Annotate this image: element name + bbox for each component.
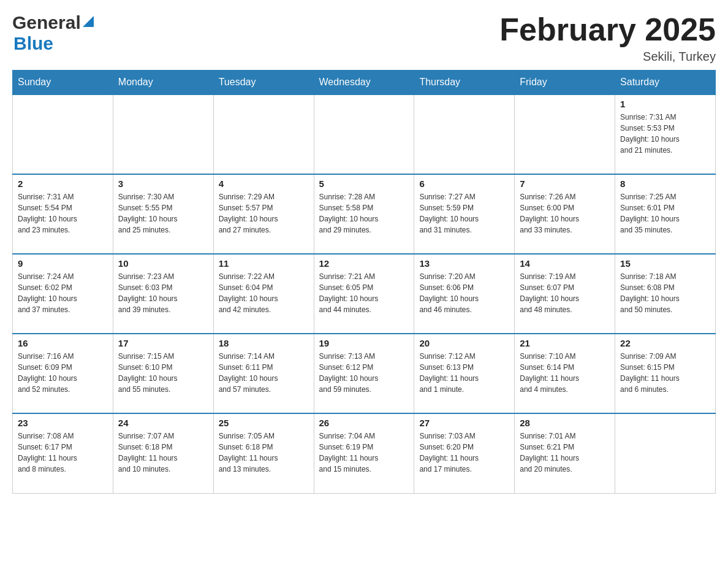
calendar-week-1: 1Sunrise: 7:31 AM Sunset: 5:53 PM Daylig… (13, 94, 716, 174)
day-info: Sunrise: 7:23 AM Sunset: 6:03 PM Dayligh… (118, 271, 208, 315)
day-info: Sunrise: 7:30 AM Sunset: 5:55 PM Dayligh… (118, 191, 208, 236)
day-number: 13 (419, 258, 509, 269)
calendar-cell: 13Sunrise: 7:20 AM Sunset: 6:06 PM Dayli… (414, 254, 515, 334)
day-info: Sunrise: 7:01 AM Sunset: 6:21 PM Dayligh… (520, 431, 610, 475)
calendar-cell: 22Sunrise: 7:09 AM Sunset: 6:15 PM Dayli… (615, 334, 716, 413)
calendar-header-thursday: Thursday (414, 71, 515, 95)
calendar-header-saturday: Saturday (615, 71, 716, 95)
calendar-cell: 15Sunrise: 7:18 AM Sunset: 6:08 PM Dayli… (615, 254, 716, 334)
calendar-week-3: 9Sunrise: 7:24 AM Sunset: 6:02 PM Daylig… (13, 254, 716, 334)
calendar-cell: 26Sunrise: 7:04 AM Sunset: 6:19 PM Dayli… (314, 413, 414, 493)
calendar-cell: 21Sunrise: 7:10 AM Sunset: 6:14 PM Dayli… (515, 334, 615, 413)
day-number: 24 (118, 418, 208, 428)
page-header: General Blue February 2025 Sekili, Turke… (12, 12, 716, 64)
calendar-cell: 3Sunrise: 7:30 AM Sunset: 5:55 PM Daylig… (113, 174, 213, 254)
day-number: 3 (118, 178, 208, 189)
day-number: 7 (520, 178, 610, 189)
logo-triangle-icon (83, 16, 94, 27)
day-number: 22 (620, 338, 710, 348)
calendar-week-5: 23Sunrise: 7:08 AM Sunset: 6:17 PM Dayli… (13, 413, 716, 493)
day-info: Sunrise: 7:31 AM Sunset: 5:54 PM Dayligh… (18, 191, 108, 236)
day-number: 17 (118, 338, 208, 348)
title-section: February 2025 Sekili, Turkey (499, 12, 716, 64)
calendar-cell: 19Sunrise: 7:13 AM Sunset: 6:12 PM Dayli… (314, 334, 414, 413)
calendar-cell: 25Sunrise: 7:05 AM Sunset: 6:18 PM Dayli… (213, 413, 314, 493)
day-info: Sunrise: 7:21 AM Sunset: 6:05 PM Dayligh… (319, 271, 409, 315)
day-number: 26 (319, 418, 409, 428)
logo-blue-text: Blue (13, 33, 53, 53)
day-info: Sunrise: 7:05 AM Sunset: 6:18 PM Dayligh… (219, 431, 309, 475)
day-number: 4 (219, 178, 309, 189)
day-info: Sunrise: 7:28 AM Sunset: 5:58 PM Dayligh… (319, 191, 409, 236)
calendar-cell: 28Sunrise: 7:01 AM Sunset: 6:21 PM Dayli… (515, 413, 615, 493)
day-number: 14 (520, 258, 610, 269)
day-number: 21 (520, 338, 610, 348)
day-info: Sunrise: 7:24 AM Sunset: 6:02 PM Dayligh… (18, 271, 108, 315)
calendar-cell (615, 413, 716, 493)
calendar-cell: 18Sunrise: 7:14 AM Sunset: 6:11 PM Dayli… (213, 334, 314, 413)
calendar-header-tuesday: Tuesday (213, 71, 314, 95)
calendar-cell: 6Sunrise: 7:27 AM Sunset: 5:59 PM Daylig… (414, 174, 515, 254)
calendar-cell: 14Sunrise: 7:19 AM Sunset: 6:07 PM Dayli… (515, 254, 615, 334)
calendar-table: SundayMondayTuesdayWednesdayThursdayFrid… (12, 70, 716, 494)
calendar-cell: 10Sunrise: 7:23 AM Sunset: 6:03 PM Dayli… (113, 254, 213, 334)
calendar-cell: 16Sunrise: 7:16 AM Sunset: 6:09 PM Dayli… (13, 334, 113, 413)
calendar-cell (414, 94, 515, 174)
calendar-cell: 5Sunrise: 7:28 AM Sunset: 5:58 PM Daylig… (314, 174, 414, 254)
day-number: 28 (520, 418, 610, 428)
day-info: Sunrise: 7:26 AM Sunset: 6:00 PM Dayligh… (520, 191, 610, 236)
calendar-cell: 2Sunrise: 7:31 AM Sunset: 5:54 PM Daylig… (13, 174, 113, 254)
calendar-cell: 24Sunrise: 7:07 AM Sunset: 6:18 PM Dayli… (113, 413, 213, 493)
day-number: 23 (18, 418, 108, 428)
calendar-cell (113, 94, 213, 174)
calendar-cell: 11Sunrise: 7:22 AM Sunset: 6:04 PM Dayli… (213, 254, 314, 334)
day-number: 27 (419, 418, 509, 428)
day-info: Sunrise: 7:19 AM Sunset: 6:07 PM Dayligh… (520, 271, 610, 315)
calendar-cell: 20Sunrise: 7:12 AM Sunset: 6:13 PM Dayli… (414, 334, 515, 413)
day-info: Sunrise: 7:20 AM Sunset: 6:06 PM Dayligh… (419, 271, 509, 315)
day-number: 15 (620, 258, 710, 269)
day-info: Sunrise: 7:16 AM Sunset: 6:09 PM Dayligh… (18, 351, 108, 395)
day-info: Sunrise: 7:15 AM Sunset: 6:10 PM Dayligh… (118, 351, 208, 395)
calendar-cell (314, 94, 414, 174)
calendar-header-wednesday: Wednesday (314, 71, 414, 95)
day-info: Sunrise: 7:03 AM Sunset: 6:20 PM Dayligh… (419, 431, 509, 475)
day-number: 25 (219, 418, 309, 428)
day-info: Sunrise: 7:12 AM Sunset: 6:13 PM Dayligh… (419, 351, 509, 395)
calendar-cell: 12Sunrise: 7:21 AM Sunset: 6:05 PM Dayli… (314, 254, 414, 334)
day-info: Sunrise: 7:04 AM Sunset: 6:19 PM Dayligh… (319, 431, 409, 475)
day-number: 12 (319, 258, 409, 269)
month-title: February 2025 (499, 12, 716, 47)
day-number: 10 (118, 258, 208, 269)
logo: General Blue (12, 12, 94, 54)
calendar-cell (13, 94, 113, 174)
calendar-cell (213, 94, 314, 174)
calendar-cell: 27Sunrise: 7:03 AM Sunset: 6:20 PM Dayli… (414, 413, 515, 493)
day-info: Sunrise: 7:31 AM Sunset: 5:53 PM Dayligh… (620, 112, 710, 156)
day-info: Sunrise: 7:07 AM Sunset: 6:18 PM Dayligh… (118, 431, 208, 475)
calendar-cell: 17Sunrise: 7:15 AM Sunset: 6:10 PM Dayli… (113, 334, 213, 413)
calendar-header-row: SundayMondayTuesdayWednesdayThursdayFrid… (13, 71, 716, 95)
day-number: 2 (18, 178, 108, 189)
day-info: Sunrise: 7:25 AM Sunset: 6:01 PM Dayligh… (620, 191, 710, 236)
day-info: Sunrise: 7:14 AM Sunset: 6:11 PM Dayligh… (219, 351, 309, 395)
calendar-week-4: 16Sunrise: 7:16 AM Sunset: 6:09 PM Dayli… (13, 334, 716, 413)
day-number: 20 (419, 338, 509, 348)
day-number: 6 (419, 178, 509, 189)
day-info: Sunrise: 7:29 AM Sunset: 5:57 PM Dayligh… (219, 191, 309, 236)
day-number: 5 (319, 178, 409, 189)
day-info: Sunrise: 7:08 AM Sunset: 6:17 PM Dayligh… (18, 431, 108, 475)
day-info: Sunrise: 7:10 AM Sunset: 6:14 PM Dayligh… (520, 351, 610, 395)
svg-marker-0 (83, 16, 94, 27)
day-number: 8 (620, 178, 710, 189)
day-number: 18 (219, 338, 309, 348)
calendar-week-2: 2Sunrise: 7:31 AM Sunset: 5:54 PM Daylig… (13, 174, 716, 254)
calendar-cell: 4Sunrise: 7:29 AM Sunset: 5:57 PM Daylig… (213, 174, 314, 254)
calendar-header-sunday: Sunday (13, 71, 113, 95)
day-number: 19 (319, 338, 409, 348)
location-text: Sekili, Turkey (499, 50, 716, 64)
logo-general-text: General (12, 12, 81, 33)
day-info: Sunrise: 7:18 AM Sunset: 6:08 PM Dayligh… (620, 271, 710, 315)
calendar-cell: 9Sunrise: 7:24 AM Sunset: 6:02 PM Daylig… (13, 254, 113, 334)
day-info: Sunrise: 7:27 AM Sunset: 5:59 PM Dayligh… (419, 191, 509, 236)
